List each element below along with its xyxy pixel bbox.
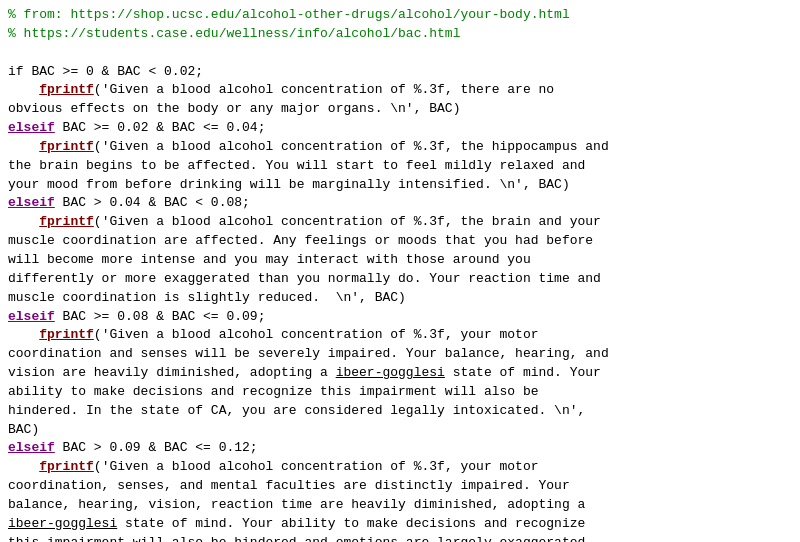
line-elseif1: elseif BAC >= 0.02 & BAC <= 0.04;	[8, 119, 792, 138]
line-printf4f: BAC)	[8, 421, 792, 440]
line-2: % https://students.case.edu/wellness/inf…	[8, 25, 792, 44]
line-printf1b: obvious effects on the body or any major…	[8, 100, 792, 119]
line-printf4e: hindered. In the state of CA, you are co…	[8, 402, 792, 421]
line-elseif4: elseif BAC > 0.09 & BAC <= 0.12;	[8, 439, 792, 458]
line-printf4d: ability to make decisions and recognize …	[8, 383, 792, 402]
line-printf5: fprintf('Given a blood alcohol concentra…	[8, 458, 792, 477]
line-printf5d: ibeer-gogglesi state of mind. Your abili…	[8, 515, 792, 534]
line-printf5b: coordination, senses, and mental faculti…	[8, 477, 792, 496]
line-blank	[8, 44, 792, 63]
line-printf3b: muscle coordination are affected. Any fe…	[8, 232, 792, 251]
line-elseif3: elseif BAC >= 0.08 & BAC <= 0.09;	[8, 308, 792, 327]
line-printf5c: balance, hearing, vision, reaction time …	[8, 496, 792, 515]
line-printf3d: differently or more exaggerated than you…	[8, 270, 792, 289]
line-printf3: fprintf('Given a blood alcohol concentra…	[8, 213, 792, 232]
line-1: % from: https://shop.ucsc.edu/alcohol-ot…	[8, 6, 792, 25]
line-if1: if BAC >= 0 & BAC < 0.02;	[8, 63, 792, 82]
line-printf5e: this impairment will also be hindered an…	[8, 534, 792, 542]
code-display: % from: https://shop.ucsc.edu/alcohol-ot…	[0, 0, 800, 542]
line-printf4b: coordination and senses will be severely…	[8, 345, 792, 364]
line-printf4c: vision are heavily diminished, adopting …	[8, 364, 792, 383]
line-printf4: fprintf('Given a blood alcohol concentra…	[8, 326, 792, 345]
line-printf1: fprintf('Given a blood alcohol concentra…	[8, 81, 792, 100]
line-printf2c: your mood from before drinking will be m…	[8, 176, 792, 195]
line-printf3e: muscle coordination is slightly reduced.…	[8, 289, 792, 308]
line-printf3c: will become more intense and you may int…	[8, 251, 792, 270]
line-elseif2: elseif BAC > 0.04 & BAC < 0.08;	[8, 194, 792, 213]
line-printf2: fprintf('Given a blood alcohol concentra…	[8, 138, 792, 157]
line-printf2b: the brain begins to be affected. You wil…	[8, 157, 792, 176]
